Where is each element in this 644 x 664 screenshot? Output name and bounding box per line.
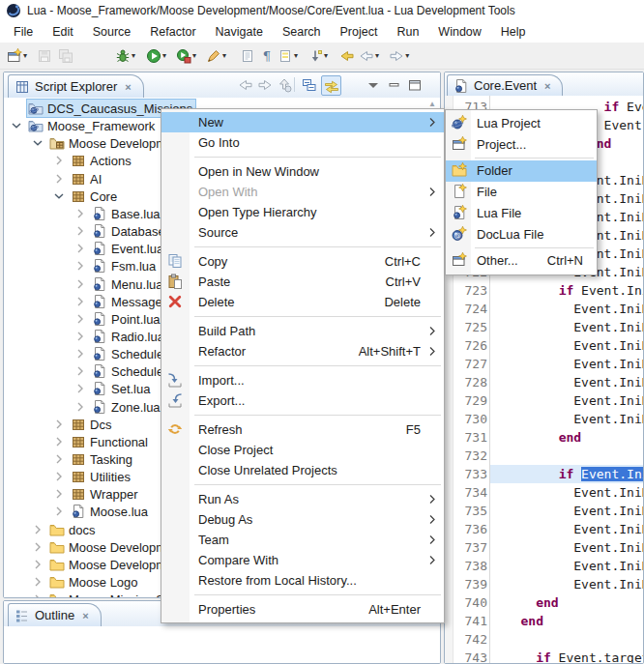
- dropdown-arrow-icon[interactable]: ▾: [294, 51, 298, 60]
- chevron-collapsed-icon[interactable]: [73, 346, 88, 361]
- line-number[interactable]: 726: [453, 336, 487, 355]
- chevron-collapsed-icon[interactable]: [73, 276, 88, 292]
- menu-item-close-project[interactable]: Close Project: [161, 440, 444, 460]
- open-declaration-button[interactable]: [239, 44, 256, 68]
- menubar-item-refactor[interactable]: Refactor: [140, 23, 205, 41]
- chevron-collapsed-icon[interactable]: [30, 574, 45, 590]
- menu-item-paste[interactable]: PasteCtrl+V: [161, 272, 444, 292]
- menu-item-properties[interactable]: PropertiesAlt+Enter: [161, 599, 444, 620]
- run-button[interactable]: ▾: [145, 44, 167, 68]
- menubar-item-project[interactable]: Project: [331, 23, 388, 41]
- menubar-item-file[interactable]: File: [4, 23, 43, 41]
- menu-item-open-in-new-window[interactable]: Open in New Window: [161, 161, 444, 182]
- tab-outline[interactable]: Outline ×: [8, 603, 102, 626]
- tab-core-event[interactable]: Core.Event ×: [447, 74, 563, 96]
- link-with-editor-button[interactable]: [321, 75, 341, 96]
- back-nav-button[interactable]: [236, 75, 254, 94]
- code-line[interactable]: if Event.target: [490, 649, 643, 663]
- menubar-item-navigate[interactable]: Navigate: [206, 23, 273, 41]
- dropdown-arrow-icon[interactable]: ▾: [405, 51, 409, 60]
- scroll-up-icon[interactable]: ▲: [428, 100, 436, 108]
- chevron-collapsed-icon[interactable]: [73, 329, 88, 344]
- chevron-collapsed-icon[interactable]: [73, 311, 88, 327]
- code-line[interactable]: Event.IniD: [490, 520, 643, 538]
- code-line[interactable]: [490, 447, 643, 465]
- menu-item-export[interactable]: Export...: [161, 390, 444, 411]
- collapse-all-button[interactable]: [300, 75, 318, 94]
- chevron-collapsed-icon[interactable]: [73, 258, 88, 274]
- close-icon[interactable]: ×: [544, 80, 550, 92]
- chevron-collapsed-icon[interactable]: [51, 486, 67, 502]
- chevron-collapsed-icon[interactable]: [51, 451, 67, 467]
- menubar-item-source[interactable]: Source: [83, 23, 141, 41]
- menu-item-run-as[interactable]: Run As: [161, 489, 444, 509]
- dropdown-arrow-icon[interactable]: ▾: [324, 51, 328, 60]
- code-line[interactable]: Event.IniD: [490, 318, 643, 336]
- line-number[interactable]: 727: [453, 355, 487, 373]
- chevron-collapsed-icon[interactable]: [51, 434, 67, 449]
- menu-item-file[interactable]: File: [446, 182, 597, 203]
- menu-item-copy[interactable]: CopyCtrl+C: [161, 251, 444, 272]
- chevron-collapsed-icon[interactable]: [73, 206, 88, 221]
- forward-nav-button[interactable]: [255, 75, 274, 94]
- menu-item-source[interactable]: Source: [161, 222, 444, 243]
- back-button[interactable]: ▾: [358, 44, 380, 68]
- chevron-collapsed-icon[interactable]: [30, 592, 45, 598]
- dropdown-arrow-icon[interactable]: ▾: [23, 51, 27, 60]
- menu-item-doclua-file[interactable]: @DocLua File: [446, 224, 597, 245]
- menubar-item-edit[interactable]: Edit: [43, 23, 83, 41]
- chevron-collapsed-icon[interactable]: [73, 223, 88, 239]
- chevron-expanded-icon[interactable]: [30, 135, 45, 151]
- menu-item-new[interactable]: New: [161, 112, 444, 132]
- menu-item-folder[interactable]: Folder: [446, 160, 597, 182]
- code-line[interactable]: Event.IniD: [490, 483, 643, 502]
- line-number[interactable]: 734: [453, 483, 487, 502]
- chevron-collapsed-icon[interactable]: [51, 469, 67, 484]
- line-number[interactable]: 740: [453, 593, 487, 612]
- chevron-collapsed-icon[interactable]: [30, 557, 45, 572]
- line-number[interactable]: 725: [453, 318, 487, 336]
- line-number[interactable]: 732: [453, 447, 487, 465]
- menu-item-debug-as[interactable]: Debug As: [161, 509, 444, 530]
- menu-item-go-into[interactable]: Go Into: [161, 132, 444, 153]
- chevron-collapsed-icon[interactable]: [51, 417, 67, 432]
- dropdown-arrow-icon[interactable]: ▾: [192, 51, 196, 60]
- menu-item-compare-with[interactable]: Compare With: [161, 550, 444, 570]
- menubar-item-search[interactable]: Search: [273, 23, 331, 41]
- menu-item-project[interactable]: Project...: [446, 134, 597, 156]
- code-line[interactable]: Event.IniD: [490, 538, 643, 557]
- save-button[interactable]: [36, 44, 53, 68]
- chevron-collapsed-icon[interactable]: [30, 522, 45, 537]
- up-nav-button[interactable]: [275, 75, 293, 94]
- code-line[interactable]: Event.IniD: [490, 300, 643, 318]
- debug-button[interactable]: ▾: [114, 44, 136, 68]
- dropdown-arrow-icon[interactable]: ▾: [162, 51, 166, 60]
- line-number[interactable]: 730: [453, 410, 487, 428]
- chevron-collapsed-icon[interactable]: [73, 363, 88, 379]
- line-number[interactable]: 742: [453, 630, 487, 649]
- code-line[interactable]: if Event.Ini: [490, 281, 643, 300]
- code-line[interactable]: end: [490, 593, 643, 612]
- menu-item-restore-from-local-history[interactable]: Restore from Local History...: [161, 570, 444, 591]
- chevron-collapsed-icon[interactable]: [51, 153, 67, 168]
- run-history-button[interactable]: ▾: [175, 44, 197, 68]
- menu-item-build-path[interactable]: Build Path: [161, 321, 444, 341]
- code-line[interactable]: Event.IniD: [490, 557, 643, 575]
- menu-item-open-type-hierarchy[interactable]: Open Type Hierarchy: [161, 202, 444, 222]
- code-line[interactable]: [490, 630, 643, 649]
- line-number[interactable]: 724: [453, 300, 487, 318]
- menu-item-team[interactable]: Team: [161, 530, 444, 550]
- line-number[interactable]: 741: [453, 612, 487, 630]
- line-number[interactable]: 731: [453, 428, 487, 447]
- chevron-collapsed-icon[interactable]: [73, 381, 88, 396]
- new-wizard-button[interactable]: ▾: [6, 44, 28, 68]
- chevron-collapsed-icon[interactable]: [73, 241, 88, 256]
- dropdown-arrow-icon[interactable]: ▾: [132, 51, 135, 60]
- chevron-collapsed-icon[interactable]: [73, 399, 88, 415]
- menu-item-close-unrelated-projects[interactable]: Close Unrelated Projects: [161, 460, 444, 480]
- maximize-button[interactable]: [405, 75, 424, 94]
- menu-item-import[interactable]: Import...: [161, 370, 444, 390]
- line-number[interactable]: 743: [453, 649, 487, 663]
- menu-item-other[interactable]: Other...Ctrl+N: [446, 250, 597, 272]
- mark-occurrences-button[interactable]: ▾: [277, 44, 299, 68]
